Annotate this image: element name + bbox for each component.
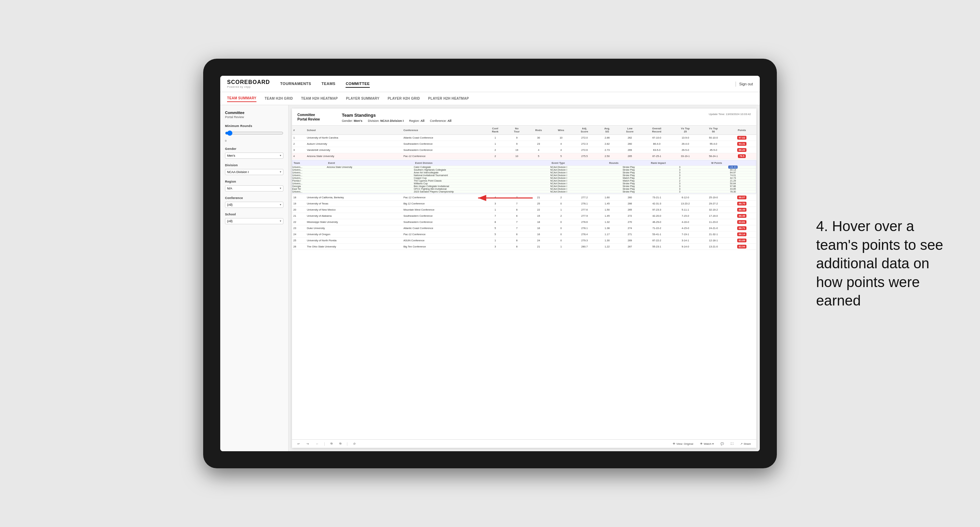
standings-table: # School Conference ConfRank NoTour Rnds… [292, 125, 756, 250]
gender-select[interactable]: Men's Women's [225, 152, 283, 159]
watch-label: Watch ▾ [704, 442, 714, 445]
paste-btn[interactable]: ⧉ [338, 441, 343, 446]
points-20: 88.49 [737, 208, 746, 212]
share-icon: ↗ [740, 442, 743, 445]
content-area: CommitteePortal Review Team Standings Ge… [288, 105, 760, 451]
view-original-btn[interactable]: 👁 View: Original [671, 442, 695, 446]
points-22: 83.81 [737, 220, 746, 224]
rank-1: 1 [292, 135, 305, 141]
col-wins: Wins [550, 125, 572, 135]
school-3: Vanderbilt University [305, 147, 402, 153]
share-label: Share [744, 442, 751, 445]
min-rounds-label: Minimum Rounds [225, 124, 283, 128]
update-time: Update Time: 13/03/2024 10:03:42 [709, 113, 751, 116]
sidebar-title: Committee [225, 111, 283, 115]
col-overall: OverallRecord [642, 125, 671, 135]
filter-row: Gender: Men's Division: NCAA Division I … [342, 119, 709, 122]
report-inner: CommitteePortal Review Team Standings Ge… [292, 108, 756, 448]
nav-committee[interactable]: COMMITTEE [345, 80, 370, 88]
subnav-team-h2h-heatmap[interactable]: TEAM H2H HEATMAP [301, 95, 338, 102]
top-nav: SCOREBOARD Powered by clipp TOURNAMENTS … [220, 76, 760, 92]
list-item: East Ter OFCC Fighting Illini Invitation… [292, 188, 756, 190]
table-row-highlighted: 4 Arizona State University Pac-12 Confer… [292, 153, 756, 159]
toolbar-right: 👁 View: Original 👁 Watch ▾ 💬 ⛶ [671, 442, 752, 446]
comment-btn[interactable]: 💬 [719, 442, 725, 446]
col-vs50: Vs Top50 [699, 125, 727, 135]
standings-title: Team Standings [342, 113, 709, 118]
points-25: 83.89 [737, 238, 746, 242]
min-rounds-input[interactable] [225, 129, 283, 137]
gender-filter: Gender: Men's [342, 119, 362, 122]
school-1: University of North Carolina [305, 135, 402, 141]
view-label: View: Original [676, 442, 693, 445]
tablet-screen: SCOREBOARD Powered by clipp TOURNAMENTS … [220, 76, 760, 451]
col-adj-score: Adj.Score [572, 125, 597, 135]
eye-icon: 👁 [700, 442, 703, 445]
redo-btn[interactable]: ↪ [305, 442, 310, 446]
back-btn[interactable]: ← [315, 442, 320, 446]
report-frame: CommitteePortal Review Team Standings Ge… [288, 105, 760, 451]
points-19: 88.70 [737, 202, 746, 205]
sign-out-link[interactable]: Sign out [739, 82, 753, 86]
app-logo-sub: Powered by clipp [227, 85, 270, 88]
school-select[interactable]: (All) [225, 218, 283, 224]
points-4: 79.5 [738, 154, 746, 158]
col-rank: # [292, 125, 305, 135]
time-btn[interactable]: ⏱ [352, 442, 357, 446]
nav-tournaments[interactable]: TOURNAMENTS [280, 80, 312, 88]
subnav-player-h2h-grid[interactable]: PLAYER H2H GRID [388, 95, 420, 102]
share-btn[interactable]: ↗ Share [739, 442, 752, 446]
region-select[interactable]: N/A All [225, 185, 283, 192]
points-18: 88.07 [737, 195, 746, 199]
col-avg-sg: Avg.SG [597, 125, 617, 135]
main-content: Committee Portal Review Minimum Rounds 0… [220, 105, 760, 451]
expanded-table: Team Event Event Division Event Type Rou… [292, 160, 756, 193]
points-1: 97.02 [737, 136, 746, 140]
division-select[interactable]: NCAA Division I NCAA Division II NCAA Di… [225, 169, 283, 175]
report-title-area: CommitteePortal Review [298, 113, 342, 122]
col-vs25: Vs Top25 [671, 125, 699, 135]
conf-1: Atlantic Coast Conference [402, 135, 484, 141]
standings-area: Team Standings Gender: Men's Division: N… [342, 113, 709, 122]
list-item: Univers... Amer Ari Intercollegiate NCAA… [292, 171, 756, 174]
table-row: 1 University of North Carolina Atlantic … [292, 135, 756, 141]
col-low-score: LowScore [617, 125, 642, 135]
report-title: CommitteePortal Review [298, 113, 342, 122]
rank-2: 2 [292, 141, 305, 147]
table-row: 23 Duke University Atlantic Coast Confer… [292, 225, 756, 232]
list-item: Florida I The Cypress Point Classic NCAA… [292, 179, 756, 182]
copy-btn[interactable]: ⧉ [329, 441, 334, 446]
subnav-team-h2h-grid[interactable]: TEAM H2H GRID [265, 95, 293, 102]
expanded-header: Team Event Event Division Event Type Rou… [292, 160, 756, 166]
list-item: Univers... Copper Cup NCAA Division I Ma… [292, 177, 756, 179]
undo-btn[interactable]: ↩ [296, 442, 301, 446]
nav-links: TOURNAMENTS TEAMS COMMITTEE [280, 80, 735, 88]
list-item: Univers... Williams Cup NCAA Division I … [292, 182, 756, 185]
subnav-player-summary[interactable]: PLAYER SUMMARY [346, 95, 379, 102]
subnav-player-h2h-heatmap[interactable]: PLAYER H2H HEATMAP [428, 95, 469, 102]
table-row: 19 University of Texas Big 12 Conference… [292, 201, 756, 207]
table-container: # School Conference ConfRank NoTour Rnds… [292, 125, 756, 439]
logo-area: SCOREBOARD Powered by clipp [227, 79, 270, 88]
separator-2: | [347, 442, 348, 446]
rank-4: 4 [292, 153, 305, 159]
points-3: 88.20 [737, 148, 746, 152]
table-row: 20 University of New Mexico Mountain Wes… [292, 207, 756, 213]
table-row: 18 University of California, Berkeley Pa… [292, 195, 756, 201]
nav-teams[interactable]: TEAMS [321, 80, 335, 88]
gender-label: Gender [225, 147, 283, 151]
col-no-tour: NoTour [506, 125, 527, 135]
expand-btn[interactable]: ⛶ [729, 442, 735, 446]
table-row: 3 Vanderbilt University Southeastern Con… [292, 147, 756, 153]
points-2: 93.31 [737, 142, 746, 146]
conf-2: Southeastern Conference [402, 141, 484, 147]
app-logo: SCOREBOARD [227, 79, 270, 85]
points-24: 88.14 [737, 232, 746, 236]
school-label: School [225, 213, 283, 216]
col-conf-rank: ConfRank [484, 125, 506, 135]
subnav-team-summary[interactable]: TEAM SUMMARY [227, 95, 256, 102]
sidebar: Committee Portal Review Minimum Rounds 0… [220, 105, 288, 451]
list-item: Univers... Southern Highlands Collegiate… [292, 168, 756, 171]
watch-btn[interactable]: 👁 Watch ▾ [698, 442, 715, 446]
conference-select[interactable]: (All) [225, 202, 283, 208]
